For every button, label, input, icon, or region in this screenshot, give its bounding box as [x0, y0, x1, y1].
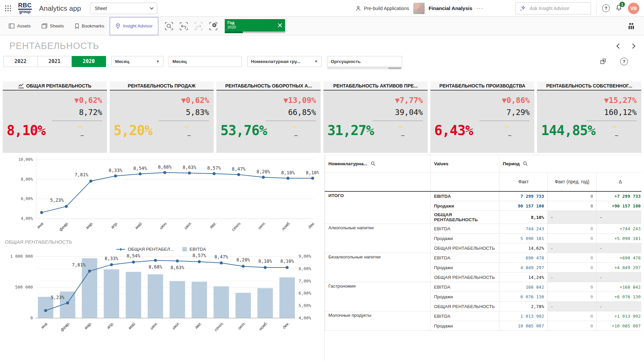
kpi-card-2[interactable]: РЕНТАБЕЛЬНОСТЬ ОБОРОТНЫХ А... 53,76% ▼13…	[216, 81, 321, 153]
more-options-icon[interactable]: ···	[476, 5, 484, 11]
table-row[interactable]: Молочные продуктыEBITDA1 013 9920+1 013 …	[325, 311, 642, 321]
table-metric-cell[interactable]: Продажи	[431, 263, 499, 273]
month-dropdown[interactable]: Месяц▼	[111, 56, 163, 67]
column-header-values[interactable]: Values	[431, 155, 499, 173]
svg-text:окт.: окт.	[257, 221, 267, 230]
table-metric-cell[interactable]: Продажи	[431, 201, 499, 211]
app-menu-icon[interactable]	[5, 5, 11, 12]
bookmarks-icon	[75, 23, 79, 29]
table-metric-cell[interactable]: ОБЩАЯ РЕНТАБЕЛЬНОСТЬ	[431, 302, 499, 311]
profitability-line-chart[interactable]: 4,00%6,00%8,00%10,00%5,23%7,81%8,33%8,54…	[3, 155, 320, 235]
table-group-name[interactable]: Гастрономия	[325, 282, 431, 311]
profitability-combo-chart[interactable]: 4,00%5,00%6,00%7,00%8,00%9,00%0500 0001 …	[3, 252, 320, 341]
prev-sheet-button[interactable]	[616, 44, 622, 49]
table-metric-cell[interactable]: EBITDA	[431, 224, 499, 234]
tab-bookmarks[interactable]: Bookmarks	[69, 17, 110, 36]
table-delta-cell: +744 243	[597, 224, 642, 234]
table-metric-cell[interactable]: EBITDA	[431, 282, 499, 292]
svg-text:8,33%: 8,33%	[105, 256, 118, 261]
table-row[interactable]: ИТОГОEBITDA7 299 7330+7 299 733	[325, 191, 642, 201]
kpi-card-1[interactable]: РЕНТАБЕЛЬНОСТЬ ПРОДАЖ 5,20% ▼0,62% 5,83%…	[110, 81, 214, 153]
table-delta-cell: +7 299 733	[597, 191, 642, 201]
notifications-bell-icon[interactable]: 1	[615, 4, 623, 13]
legend-item-bar[interactable]: EBITDA	[182, 247, 206, 252]
workspace-title: Financial Analysis	[429, 5, 472, 11]
chart-section-title: ОБЩАЯ РЕНТАБЕЛЬНОСТЬ	[5, 239, 320, 245]
kpi-card-3[interactable]: РЕНТАБЕЛЬНОСТЬ АКТИВОВ ПРЕ... 31,27% ▼7,…	[323, 81, 428, 153]
close-icon[interactable]	[278, 23, 282, 29]
step-back-icon[interactable]	[178, 20, 190, 32]
table-group-name[interactable]: Безалкогольные напитки	[325, 253, 431, 282]
empty-header	[325, 173, 431, 191]
tab-insight-advisor[interactable]: Insight Advisor	[110, 17, 158, 35]
kpi-empty-value: –	[52, 132, 102, 139]
month-listbox[interactable]: Месяц	[169, 56, 242, 67]
year-button-2021[interactable]: 2021	[38, 56, 72, 67]
table-group-name[interactable]: Алкогольные напитки	[325, 224, 431, 253]
search-input[interactable]	[530, 6, 583, 11]
help-icon[interactable]: ?	[602, 4, 610, 12]
next-sheet-button[interactable]	[630, 44, 636, 49]
clear-selections-icon[interactable]	[207, 20, 219, 32]
svg-text:8,68%: 8,68%	[158, 164, 172, 170]
year-button-2020[interactable]: 2020	[72, 56, 106, 67]
subheader-delta[interactable]: Δ	[597, 173, 642, 191]
table-metric-cell[interactable]: Продажи	[431, 321, 499, 331]
table-row[interactable]: Алкогольные напиткиEBITDA744 2430+744 24…	[325, 224, 642, 234]
selection-tools	[163, 20, 219, 32]
search-selections-icon[interactable]	[163, 20, 175, 32]
tab-assets[interactable]: Assets	[3, 17, 36, 36]
user-avatar[interactable]: VB	[628, 3, 639, 14]
divider	[373, 121, 423, 121]
sheet-selector[interactable]: Sheet	[90, 3, 157, 14]
svg-text:янв.: янв.	[40, 321, 49, 330]
table-metric-cell[interactable]: ОБЩАЯ РЕНТАБЕЛЬНОСТЬ	[431, 243, 499, 253]
help-icon[interactable]: ?	[620, 58, 628, 65]
table-metric-cell[interactable]: Продажи	[431, 292, 499, 302]
app-thumbnail[interactable]	[413, 3, 425, 14]
svg-text:июл.: июл.	[171, 321, 181, 330]
people-icon	[355, 5, 361, 11]
export-icon[interactable]	[599, 58, 607, 65]
tab-sheets[interactable]: Sheets	[36, 17, 69, 36]
kpi-card-4[interactable]: РЕНТАБЕЛЬНОСТЬ ПРОИЗВОДСТВА 6,43% ▼0,86%…	[430, 81, 535, 153]
table-metric-cell[interactable]: ОБЩАЯ РЕНТАБЕЛЬНОСТЬ	[431, 211, 499, 224]
table-metric-cell[interactable]: EBITDA	[431, 191, 499, 201]
nomenclature-dropdown[interactable]: Номенклатурная гру...▼	[247, 56, 322, 67]
kpi-card-5[interactable]: РЕНТАБЕЛЬНОСТЬ СОБСТВЕННОГ... 144,85% ▼1…	[537, 81, 641, 153]
table-metric-cell[interactable]: EBITDA	[431, 253, 499, 263]
column-header-period[interactable]: Период	[499, 155, 642, 173]
table-row[interactable]: Безалкогольные напиткиEBITDA690 4780+690…	[325, 253, 642, 263]
column-header-nomenclature[interactable]: Номенклатурна...	[325, 155, 431, 173]
table-prev-cell: 0	[548, 253, 597, 263]
svg-text:10,00%: 10,00%	[18, 157, 33, 162]
notification-badge: 1	[620, 2, 625, 7]
table-prev-cell: 0	[548, 201, 597, 211]
svg-text:4,00%: 4,00%	[21, 216, 33, 221]
app-title: Analytics app	[39, 4, 81, 12]
selection-chip-year[interactable]: Год 2020	[225, 19, 285, 33]
sheet-layout-icon[interactable]	[628, 23, 635, 29]
kpi-previous-value: 66,85%	[266, 108, 316, 117]
table-metric-cell[interactable]: ОБЩАЯ РЕНТАБЕЛЬНОСТЬ	[431, 273, 499, 282]
svg-text:8,20%: 8,20%	[257, 169, 270, 174]
table-row[interactable]: ГастрономияEBITDA168 8420+168 842	[325, 282, 642, 292]
table-group-name[interactable]: Молочные продукты	[325, 311, 431, 331]
kpi-card-0[interactable]: ОБЩАЯ РЕНТАБЕЛЬНОСТЬ 8,10% ▼0,62% 8,72% …	[3, 81, 107, 153]
insight-advisor-search[interactable]	[515, 2, 591, 14]
subheader-fact-prev[interactable]: Факт (пред. год)	[548, 173, 597, 191]
svg-text:окт.: окт.	[237, 321, 247, 330]
subheader-fact[interactable]: Факт	[499, 173, 548, 191]
pivot-table-panel[interactable]: Номенклатурна... Values Период Факт	[324, 155, 641, 361]
legend-item-line[interactable]: ОБЩАЯ РЕНТАБЕЛ...	[116, 247, 174, 252]
table-group-name[interactable]: ИТОГО	[325, 191, 431, 224]
table-metric-cell[interactable]: EBITDA	[431, 311, 499, 321]
org-entity-listbox[interactable]: Оргсущность	[327, 56, 402, 67]
horizontal-scrollbar[interactable]	[327, 67, 402, 69]
prebuild-applications-link[interactable]: Pre-build Applications	[355, 5, 409, 11]
year-button-2022[interactable]: 2022	[3, 56, 38, 67]
step-forward-icon[interactable]	[193, 20, 205, 32]
caret-down-icon: ▼	[156, 59, 160, 63]
table-metric-cell[interactable]: Продажи	[431, 234, 499, 243]
chip-value: 2020	[227, 25, 282, 30]
